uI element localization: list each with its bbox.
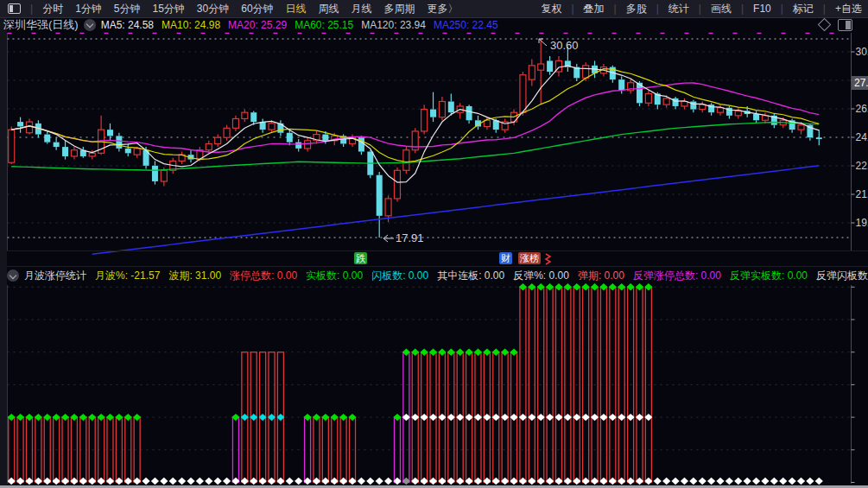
ma-legend: MA5: 24.58MA10: 24.98MA20: 25.29MA60: 25… bbox=[101, 19, 506, 31]
y-axis-label: 26.4 bbox=[856, 103, 868, 115]
y-axis-label: 22.8 bbox=[856, 160, 868, 172]
y-axis-label: 24.6 bbox=[856, 131, 868, 143]
chart-canvas[interactable]: 30.028.226.424.622.821.019.130.6017.9127… bbox=[0, 0, 868, 488]
tool-button[interactable]: 多股 bbox=[620, 3, 653, 15]
indicator-header: 月波涨停统计 月波%: -21.57波期: 31.00涨停总数: 0.00实板数… bbox=[0, 267, 868, 284]
ma-legend-item: MA120: 23.94 bbox=[361, 19, 426, 31]
event-badge[interactable]: 涨榜 bbox=[518, 252, 541, 264]
low-price-annotation: 17.91 bbox=[396, 231, 424, 244]
period-tab[interactable]: 15分钟 bbox=[147, 3, 191, 15]
period-tab[interactable]: 60分钟 bbox=[235, 3, 279, 15]
crosshair-price-label: 27.26 bbox=[854, 77, 868, 89]
y-axis-label: 30.0 bbox=[856, 46, 868, 58]
indicator-field: 反弹涨停总数: 0.00 bbox=[633, 269, 721, 282]
period-toolbar: | 分时1分钟5分钟15分钟30分钟60分钟日线周线月线多周期更多〉 复权|叠加… bbox=[0, 0, 868, 18]
indicator-field: 其中连板: 0.00 bbox=[437, 269, 504, 282]
ma-legend-item: MA20: 25.29 bbox=[228, 19, 287, 31]
period-tab[interactable]: 更多〉 bbox=[421, 3, 465, 15]
indicator-field: 月波%: -21.57 bbox=[95, 269, 160, 282]
pane-layout-icon[interactable] bbox=[838, 19, 852, 31]
layout-split-icon[interactable] bbox=[8, 3, 21, 14]
period-tab[interactable]: 月线 bbox=[345, 3, 378, 15]
ma-legend-item: MA250: 22.45 bbox=[434, 19, 498, 31]
tool-button[interactable]: 叠加 bbox=[578, 3, 611, 15]
indicator-field: 反弹闪板数: 0.00 bbox=[816, 269, 868, 282]
toolbar-right: 复权|叠加|多股|统计|画线|F10|标记|+自选 bbox=[535, 2, 868, 16]
period-tab[interactable]: 多周期 bbox=[378, 3, 421, 15]
tool-button[interactable]: 画线 bbox=[705, 3, 738, 15]
y-axis-label: 19.1 bbox=[856, 217, 868, 229]
indicator-field: 涨停总数: 0.00 bbox=[230, 269, 297, 282]
tool-button[interactable]: 标记 bbox=[787, 3, 820, 15]
high-price-annotation: 30.60 bbox=[550, 39, 579, 52]
ma-legend-item: MA5: 24.58 bbox=[101, 19, 154, 31]
event-badge[interactable]: 跌 bbox=[354, 252, 367, 264]
event-badge[interactable]: 财 bbox=[499, 252, 512, 264]
period-tab[interactable]: 5分钟 bbox=[108, 3, 147, 15]
period-tab[interactable]: 30分钟 bbox=[191, 3, 235, 15]
tool-button[interactable]: 统计 bbox=[662, 3, 695, 15]
chevron-down-icon[interactable] bbox=[7, 269, 19, 282]
period-tab[interactable]: 周线 bbox=[313, 3, 345, 15]
indicator-field: 反弹%: 0.00 bbox=[513, 269, 569, 282]
indicator-field: 闪板数: 0.00 bbox=[371, 269, 428, 282]
tool-button[interactable]: 复权 bbox=[535, 3, 567, 15]
tool-button[interactable]: +自选 bbox=[829, 3, 868, 15]
event-badge-strip: 跌财涨榜 bbox=[0, 251, 868, 266]
y-axis-label: 21.0 bbox=[856, 188, 868, 200]
chart-header-row: 深圳华强(日线) MA5: 24.58MA10: 24.98MA20: 25.2… bbox=[0, 17, 868, 32]
diamond-tool-icon[interactable] bbox=[818, 18, 832, 32]
indicator-field: 波期: 31.00 bbox=[168, 269, 221, 282]
indicator-field: 弹期: 0.00 bbox=[578, 269, 624, 282]
chevron-down-icon[interactable] bbox=[84, 19, 96, 31]
stock-title: 深圳华强(日线) bbox=[3, 17, 79, 33]
period-tab[interactable]: 日线 bbox=[280, 3, 313, 15]
period-tab[interactable]: 1分钟 bbox=[69, 3, 108, 15]
indicator-field: 实板数: 0.00 bbox=[306, 269, 363, 282]
tool-button[interactable]: F10 bbox=[747, 3, 777, 15]
ma-legend-item: MA60: 25.15 bbox=[295, 19, 353, 31]
ma-legend-item: MA10: 24.98 bbox=[162, 19, 220, 31]
indicator-field: 反弹实板数: 0.00 bbox=[730, 269, 808, 282]
indicator-name: 月波涨停统计 bbox=[24, 269, 86, 283]
period-tab[interactable]: 分时 bbox=[36, 3, 69, 15]
